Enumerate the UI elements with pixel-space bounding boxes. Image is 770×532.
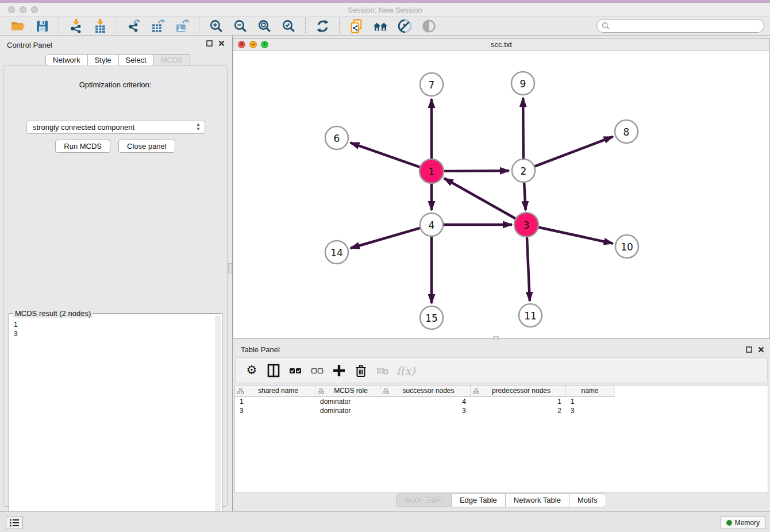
edge-2-9[interactable] [523,98,523,159]
add-column-icon[interactable] [331,363,347,379]
graph-node-2[interactable]: 2 [512,159,535,182]
edge-1-2[interactable] [443,171,509,171]
graph-node-11[interactable]: 11 [519,304,542,327]
edge-2-8[interactable] [534,137,613,167]
run-mcds-button[interactable]: Run MCDS [55,140,110,153]
deselect-all-icon[interactable] [309,363,325,379]
graph-node-4[interactable]: 4 [420,213,443,236]
function-builder-icon: f(x) [396,363,415,379]
float-table-panel-icon[interactable] [746,346,752,353]
horizontal-splitter-handle[interactable] [493,336,499,340]
node-label: 1 [429,166,435,178]
mcds-result-box: MCDS result (2 nodes) 13 [9,313,222,530]
graph-node-14[interactable]: 14 [325,241,348,264]
table-tabs: Node TableEdge TableNetwork TableMotifs [233,494,770,507]
result-scrollbar[interactable] [215,316,221,528]
tab-node-table[interactable]: Node Table [396,494,452,507]
window-title: Session: New Session [0,6,770,14]
graph-node-3[interactable]: 3 [514,213,538,237]
node-label: 8 [623,126,630,138]
show-all-icon[interactable] [420,17,437,34]
column-visibility-icon[interactable] [265,363,282,379]
close-panel-button[interactable]: Close panel [118,140,175,153]
open-file-icon[interactable] [9,17,26,34]
optimization-criterion-value: strongly connected component [33,123,134,132]
table-cell[interactable]: 3 [235,406,315,415]
edge-3-1[interactable] [444,178,517,219]
optimization-criterion-label: Optimization criterion: [3,80,227,89]
float-panel-icon[interactable] [206,40,213,47]
column-header-MCDS-role[interactable]: MCDS role [315,385,380,396]
select-all-icon[interactable] [287,363,303,379]
tab-select[interactable]: Select [119,54,154,66]
graph-node-7[interactable]: 7 [420,73,443,96]
edge-3-10[interactable] [538,227,613,243]
tab-style[interactable]: Style [88,54,119,66]
graph-node-10[interactable]: 10 [615,235,638,258]
tab-mcds[interactable]: MCDS [154,54,190,66]
network-canvas[interactable]: 7968124314101511 [233,51,769,338]
zoom-out-icon[interactable] [232,17,249,34]
table-cell[interactable]: 1 [235,397,315,406]
export-table-icon[interactable] [149,17,167,34]
mcds-panel: Optimization criterion: strongly connect… [3,65,228,507]
column-type-icon [237,388,244,394]
graph-node-1[interactable]: 1 [419,159,444,183]
table-cell[interactable]: 3 [566,406,614,415]
edge-1-6[interactable] [351,142,421,167]
column-header-successor-nodes[interactable]: successor nodes [380,385,471,396]
column-header-shared-name[interactable]: shared name [235,385,315,396]
edge-2-3[interactable] [524,182,526,210]
table-cell[interactable]: dominator [315,397,380,406]
graph-node-9[interactable]: 9 [511,72,534,95]
table-row[interactable]: 3dominator323 [235,406,768,415]
table-cell[interactable]: 2 [471,406,566,415]
table-cell[interactable]: dominator [315,406,380,415]
tab-edge-table[interactable]: Edge Table [452,494,506,507]
graph-node-15[interactable]: 15 [420,306,443,329]
zoom-fit-icon[interactable] [256,17,273,34]
tab-network-table[interactable]: Network Table [506,494,569,507]
search-input[interactable] [613,22,759,30]
node-label: 6 [334,133,340,144]
hide-selected-icon[interactable] [396,17,413,34]
column-header-name[interactable]: name [566,385,614,396]
graph-node-8[interactable]: 8 [615,120,638,143]
column-header-predecessor-nodes[interactable]: predecessor nodes [471,385,566,396]
refresh-icon[interactable] [314,17,331,34]
close-panel-icon[interactable] [218,40,225,47]
task-history-button[interactable] [6,516,23,529]
control-panel-title: Control Panel [7,41,52,49]
select-stepper-icon: ▲▼ [196,122,201,132]
cytoscape-app: Session: New Session [0,0,770,532]
graph-node-6[interactable]: 6 [325,126,348,149]
table-row[interactable]: 1dominator411 [235,397,768,406]
edge-4-14[interactable] [351,228,421,248]
save-session-icon[interactable] [33,17,51,34]
search-field[interactable] [596,19,764,33]
export-network-icon[interactable] [125,17,143,34]
close-table-panel-icon[interactable] [758,346,764,353]
table-settings-icon[interactable]: ⚙ [244,363,260,379]
vertical-splitter-handle[interactable] [228,263,232,273]
delete-table-icon[interactable] [375,363,391,379]
table-cell[interactable]: 4 [380,397,471,406]
optimization-criterion-select[interactable]: strongly connected component ▲▼ [26,121,205,134]
table-cell[interactable]: 3 [380,406,471,415]
import-table-icon[interactable] [91,17,109,34]
toolbar-separator [199,18,199,33]
tab-motifs[interactable]: Motifs [569,494,606,507]
edge-3-11[interactable] [527,236,530,301]
first-neighbors-icon[interactable] [372,17,389,34]
export-image-icon[interactable] [174,17,191,34]
tab-network[interactable]: Network [45,54,88,66]
mcds-result-item: 3 [14,329,216,338]
zoom-in-icon[interactable] [207,17,225,34]
memory-button[interactable]: Memory [721,516,765,529]
table-cell[interactable]: 1 [566,397,614,406]
table-cell[interactable]: 1 [471,397,566,406]
delete-column-icon[interactable] [353,363,369,379]
zoom-selected-icon[interactable] [280,17,297,34]
import-network-icon[interactable] [67,17,84,34]
new-network-from-selection-icon[interactable] [348,17,365,34]
